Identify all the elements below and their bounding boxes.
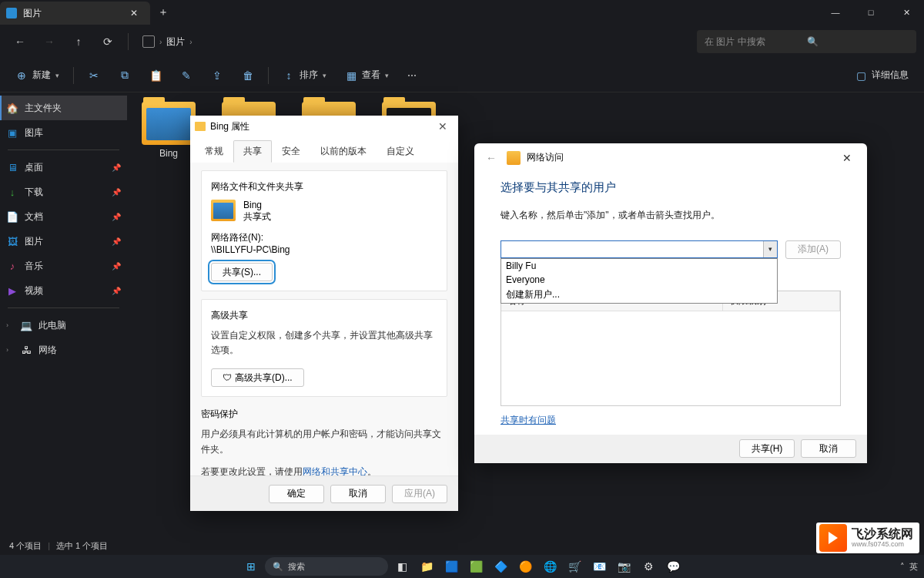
command-bar: ⊕ 新建 ▾ ✂ ⧉ 📋 ✎ ⇪ 🗑 ↕ 排序 ▾ ▦ 查看 ▾ ⋯ ▢ 详细信…: [0, 59, 924, 92]
sidebar-item-gallery[interactable]: ▣图库: [0, 120, 127, 145]
share-button[interactable]: 共享(S)...: [211, 263, 273, 281]
sidebar-item-pictures[interactable]: 🖼图片📌: [0, 229, 127, 254]
user-combobox[interactable]: ▾ Billy Fu Everyone 创建新用户...: [500, 240, 778, 259]
maximize-button[interactable]: □: [853, 0, 889, 25]
apply-button[interactable]: 应用(A): [392, 485, 447, 503]
sort-button[interactable]: ↕ 排序 ▾: [275, 63, 334, 88]
new-button[interactable]: ⊕ 新建 ▾: [8, 63, 67, 88]
view-button[interactable]: ▦ 查看 ▾: [337, 63, 397, 88]
taskbar-app[interactable]: 🟦: [440, 556, 462, 576]
window-close-button[interactable]: ✕: [889, 0, 924, 25]
taskbar: ⊞ 🔍搜索 ◧ 📁 🟦 🟩 🔷 🟠 🌐 🛒 📧 📷 ⚙ 💬 ˄ 英: [0, 555, 924, 578]
dialog-titlebar[interactable]: Bing 属性 ✕: [190, 116, 458, 137]
sidebar-item-documents[interactable]: 📄文档📌: [0, 204, 127, 229]
group-heading: 网络文件和文件夹共享: [211, 180, 437, 193]
dropdown-option[interactable]: Billy Fu: [501, 259, 777, 273]
tab-previous[interactable]: 以前的版本: [310, 140, 377, 163]
sidebar-item-thispc[interactable]: ›💻此电脑: [0, 313, 127, 338]
taskbar-app[interactable]: 📁: [416, 556, 437, 576]
taskbar-app[interactable]: 📧: [588, 556, 610, 576]
pin-icon: 📌: [112, 287, 121, 295]
shield-icon: 🛡: [223, 372, 232, 383]
window-tab[interactable]: 图片 ✕: [0, 2, 150, 25]
sidebar-item-network[interactable]: ›🖧网络: [0, 338, 127, 362]
pin-icon: 📌: [112, 188, 121, 197]
tab-customize[interactable]: 自定义: [377, 140, 424, 163]
taskbar-app[interactable]: 🛒: [564, 556, 585, 576]
folder-name-label: Bing: [243, 200, 271, 210]
dialog-tabs: 常规 共享 安全 以前的版本 自定义: [190, 137, 458, 163]
windows-icon: ⊞: [246, 560, 256, 573]
dialog-close-button[interactable]: ✕: [835, 149, 859, 167]
advanced-share-button[interactable]: 🛡高级共享(D)...: [211, 368, 304, 387]
rename-button[interactable]: ✎: [172, 63, 200, 88]
path-segment[interactable]: 图片: [166, 35, 185, 49]
dialog-heading: 选择要与其共享的用户: [500, 180, 841, 195]
taskbar-app[interactable]: 📷: [613, 556, 634, 576]
up-button[interactable]: ↑: [66, 29, 91, 54]
watermark-url: www.fs0745.com: [852, 540, 913, 548]
videos-icon: ▶: [6, 284, 18, 297]
chevron-down-icon: ▾: [768, 245, 772, 253]
minimize-button[interactable]: —: [818, 0, 853, 25]
dialog-instruction: 键入名称，然后单击"添加"，或者单击箭头查找用户。: [500, 209, 841, 222]
taskbar-search[interactable]: 🔍搜索: [265, 557, 388, 576]
task-view-button[interactable]: ◧: [391, 556, 413, 576]
dropdown-option[interactable]: 创建新用户...: [501, 287, 777, 303]
back-button[interactable]: ←: [482, 149, 500, 167]
cancel-button[interactable]: 取消: [801, 439, 856, 458]
pc-icon: 💻: [20, 319, 32, 331]
properties-dialog: Bing 属性 ✕ 常规 共享 安全 以前的版本 自定义 网络文件和文件夹共享 …: [190, 116, 458, 511]
tab-sharing[interactable]: 共享: [233, 140, 272, 163]
cut-icon: ✂: [88, 69, 100, 82]
sidebar-item-videos[interactable]: ▶视频📌: [0, 278, 127, 303]
tab-close-button[interactable]: ✕: [126, 6, 142, 20]
taskbar-app[interactable]: 💬: [662, 556, 684, 576]
taskbar-app[interactable]: 🟠: [514, 556, 536, 576]
network-center-link[interactable]: 网络和共享中心: [303, 466, 367, 476]
permission-list[interactable]: 名称 权限级别: [500, 291, 841, 406]
taskbar-app[interactable]: 🟩: [465, 556, 487, 576]
cancel-button[interactable]: 取消: [330, 485, 386, 503]
start-button[interactable]: ⊞: [240, 556, 262, 576]
sidebar-item-downloads[interactable]: ↓下载📌: [0, 180, 127, 204]
sidebar-item-home[interactable]: 🏠主文件夹: [0, 96, 127, 120]
tab-title: 图片: [23, 7, 126, 20]
user-input[interactable]: [500, 240, 778, 258]
trouble-link[interactable]: 共享时有问题: [500, 415, 556, 425]
taskbar-app[interactable]: ⚙: [638, 556, 659, 576]
share-button[interactable]: ⇪: [203, 63, 231, 88]
cut-button[interactable]: ✂: [80, 63, 108, 88]
share-confirm-button[interactable]: 共享(H): [739, 439, 795, 458]
tab-general[interactable]: 常规: [195, 140, 233, 163]
music-icon: ♪: [6, 260, 18, 272]
dropdown-option[interactable]: Everyone: [501, 273, 777, 287]
dialog-close-button[interactable]: ✕: [432, 119, 454, 134]
copy-button[interactable]: ⧉: [111, 63, 139, 88]
tray-chevron-icon[interactable]: ˄: [900, 562, 905, 572]
dropdown-button[interactable]: ▾: [763, 241, 777, 257]
back-button[interactable]: ←: [8, 29, 32, 54]
taskbar-app[interactable]: 🔷: [490, 556, 511, 576]
network-share-group: 网络文件和文件夹共享 Bing 共享式 网络路径(N): \\BILLYFU-P…: [201, 170, 447, 291]
sidebar-item-music[interactable]: ♪音乐📌: [0, 254, 127, 278]
add-button[interactable]: 添加(A): [785, 240, 841, 259]
tab-security[interactable]: 安全: [272, 140, 310, 163]
new-tab-button[interactable]: ＋: [150, 2, 176, 22]
nav-toolbar: ← → ↑ ⟳ › 图片 › 在 图片 中搜索 🔍: [0, 25, 924, 59]
ime-indicator[interactable]: 英: [909, 561, 918, 573]
paste-button[interactable]: 📋: [142, 63, 169, 88]
pin-icon: 📌: [112, 262, 121, 271]
ok-button[interactable]: 确定: [269, 485, 324, 503]
more-button[interactable]: ⋯: [400, 63, 424, 88]
taskbar-app[interactable]: 🌐: [539, 556, 561, 576]
sidebar-item-desktop[interactable]: 🖥桌面📌: [0, 155, 127, 180]
search-input[interactable]: 在 图片 中搜索 🔍: [697, 30, 916, 53]
address-bar[interactable]: › 图片 ›: [136, 35, 692, 49]
details-pane-button[interactable]: ▢ 详细信息: [847, 63, 916, 88]
delete-button[interactable]: 🗑: [234, 63, 262, 88]
refresh-button[interactable]: ⟳: [95, 29, 120, 54]
pictures-icon: 🖼: [6, 235, 18, 247]
view-icon: ▦: [345, 69, 357, 82]
search-icon: 🔍: [807, 36, 909, 47]
